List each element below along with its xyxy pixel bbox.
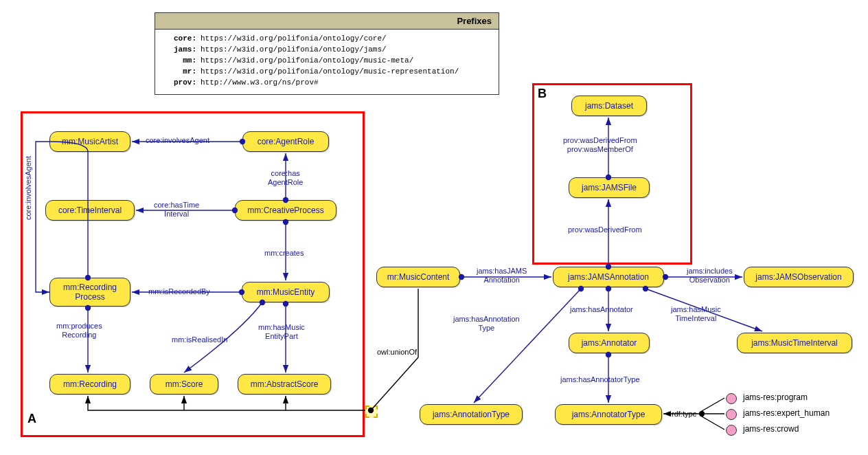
prefix-key: core: (162, 34, 201, 45)
prefix-url: https://w3id.org/polifonia/ontology/musi… (201, 56, 413, 65)
prefix-url: https://w3id.org/polifonia/ontology/core… (201, 34, 387, 43)
edge-rdf-type: rdf:type (672, 410, 697, 419)
individual-dot (726, 409, 737, 420)
node-jams-annotation: jams:JAMSAnnotation (553, 267, 664, 287)
node-music-artist: mm:MusicArtist (49, 131, 130, 152)
node-music-entity: mm:MusicEntity (242, 282, 330, 302)
node-score: mm:Score (150, 374, 218, 395)
edge-has-annotator: jams:hasAnnotator (570, 305, 633, 314)
region-a-label: A (27, 412, 36, 426)
prefix-key: mr: (162, 67, 201, 78)
node-agent-role: core:AgentRole (242, 131, 329, 152)
edge-includes-observation: jams:includes Observation (687, 267, 733, 284)
region-b-label: B (538, 87, 547, 101)
edge-has-jams-annotation: jams:hasJAMS Annotation (477, 267, 527, 284)
edge-has-music-time-interval: jams:hasMusic TimeInterval (671, 305, 721, 322)
node-dataset: jams:Dataset (571, 96, 647, 116)
prefix-box: Prefixes core:https://w3id.org/polifonia… (155, 12, 499, 95)
node-time-interval: core:TimeInterval (45, 200, 135, 221)
individual-dot (726, 393, 737, 404)
prefix-url: https://w3id.org/polifonia/ontology/jams… (201, 45, 387, 54)
prefix-key: mm: (162, 56, 201, 67)
svg-line-21 (702, 398, 724, 411)
edge-union-of: owl:unionOf (377, 348, 417, 357)
individual-label-expert: jams-res:expert_human (743, 408, 830, 418)
individual-dot (726, 425, 737, 436)
individual-label-program: jams-res:program (743, 392, 808, 402)
prefix-key: jams: (162, 45, 201, 56)
node-creative-process: mm:CreativeProcess (235, 200, 336, 221)
node-abstract-score: mm:AbstractScore (238, 374, 331, 395)
node-annotation-type: jams:AnnotationType (420, 404, 523, 425)
svg-line-18 (474, 289, 581, 403)
prefix-body: core:https://w3id.org/polifonia/ontology… (155, 30, 499, 94)
prefix-row: mm:https://w3id.org/polifonia/ontology/m… (162, 56, 492, 67)
union-box (365, 406, 378, 418)
node-jams-file: jams:JAMSFile (569, 177, 650, 198)
prefix-header: Prefixes (155, 13, 499, 30)
svg-line-10 (371, 357, 418, 410)
edge-has-annotator-type: jams:hasAnnotatorType (560, 375, 640, 384)
node-annotator-type: jams:AnnotatorType (555, 404, 662, 425)
prefix-url: http://www.w3.org/ns/prov# (201, 78, 319, 87)
node-music-time-interval: jams:MusicTimeInterval (737, 333, 852, 353)
prefix-key: prov: (162, 78, 201, 89)
node-music-content: mr:MusicContent (376, 267, 460, 287)
svg-line-23 (702, 417, 724, 430)
prefix-url: https://w3id.org/polifonia/ontology/musi… (201, 67, 459, 76)
svg-line-19 (646, 289, 762, 331)
node-recording-process: mm:Recording Process (49, 278, 130, 307)
node-jams-observation: jams:JAMSObservation (744, 267, 854, 287)
individual-label-crowd: jams-res:crowd (743, 424, 799, 434)
prefix-row: core:https://w3id.org/polifonia/ontology… (162, 34, 492, 45)
node-recording: mm:Recording (49, 374, 130, 395)
node-annotator: jams:Annotator (569, 333, 650, 353)
prefix-row: jams:https://w3id.org/polifonia/ontology… (162, 45, 492, 56)
edge-has-annotation-type: jams:hasAnnotation Type (453, 315, 520, 332)
prefix-row: mr:https://w3id.org/polifonia/ontology/m… (162, 67, 492, 78)
prefix-row: prov:http://www.w3.org/ns/prov# (162, 78, 492, 89)
